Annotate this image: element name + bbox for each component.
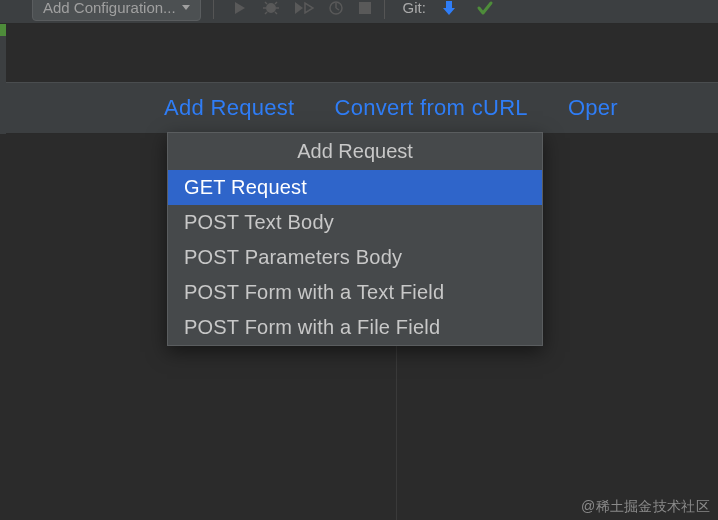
run-icon[interactable] bbox=[232, 0, 248, 16]
popup-item-post-text-body[interactable]: POST Text Body bbox=[168, 205, 542, 240]
debug-icon[interactable] bbox=[262, 0, 280, 17]
popup-item-label: GET Request bbox=[184, 176, 307, 198]
run-coverage-icon[interactable] bbox=[294, 0, 314, 16]
popup-item-label: POST Form with a Text Field bbox=[184, 281, 444, 303]
stop-icon[interactable] bbox=[358, 1, 372, 15]
svg-line-9 bbox=[336, 8, 339, 10]
popup-item-post-form-text-field[interactable]: POST Form with a Text Field bbox=[168, 275, 542, 310]
popup-title: Add Request bbox=[168, 133, 542, 170]
toolbar-separator bbox=[213, 0, 214, 19]
add-request-popup: Add Request GET Request POST Text Body P… bbox=[167, 132, 543, 346]
svg-line-6 bbox=[275, 2, 277, 4]
toolbar-run-icons bbox=[232, 0, 372, 17]
profile-icon[interactable] bbox=[328, 0, 344, 16]
convert-from-curl-link[interactable]: Convert from cURL bbox=[335, 95, 528, 121]
vcs-commit-icon[interactable] bbox=[476, 0, 494, 17]
svg-point-0 bbox=[266, 3, 276, 13]
popup-item-post-form-file-field[interactable]: POST Form with a File Field bbox=[168, 310, 542, 345]
popup-item-post-parameters-body[interactable]: POST Parameters Body bbox=[168, 240, 542, 275]
watermark: @稀土掘金技术社区 bbox=[581, 498, 710, 516]
git-label: Git: bbox=[403, 0, 426, 16]
chevron-down-icon bbox=[182, 5, 190, 10]
popup-item-get-request[interactable]: GET Request bbox=[168, 170, 542, 205]
open-log-link[interactable]: Oper bbox=[568, 95, 618, 121]
popup-item-label: POST Text Body bbox=[184, 211, 334, 233]
run-config-selector[interactable]: Add Configuration... bbox=[32, 0, 201, 21]
popup-item-label: POST Form with a File Field bbox=[184, 316, 440, 338]
run-config-label: Add Configuration... bbox=[43, 0, 176, 16]
svg-line-3 bbox=[265, 2, 267, 4]
svg-line-5 bbox=[265, 12, 267, 14]
main-toolbar: Add Configuration... Git: bbox=[0, 0, 718, 24]
http-client-linkbar: Add Request Convert from cURL Oper bbox=[0, 82, 718, 134]
popup-item-label: POST Parameters Body bbox=[184, 246, 402, 268]
toolbar-separator bbox=[384, 0, 385, 19]
svg-rect-10 bbox=[359, 2, 371, 14]
svg-line-4 bbox=[275, 12, 277, 14]
vcs-update-icon[interactable] bbox=[440, 0, 458, 17]
add-request-link[interactable]: Add Request bbox=[164, 95, 295, 121]
